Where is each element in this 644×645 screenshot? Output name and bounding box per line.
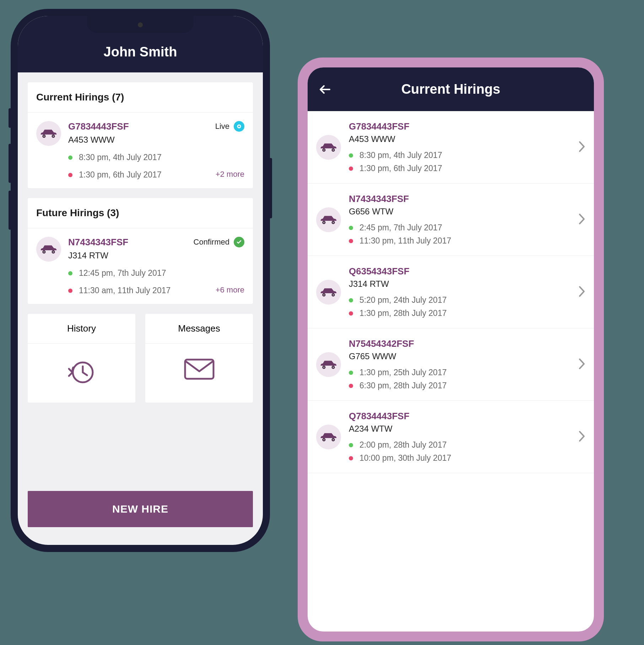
end-time: 11:30 am, 11th July 2017 — [79, 286, 171, 295]
messages-card[interactable]: Messages — [145, 314, 253, 403]
end-dot-icon — [68, 289, 72, 293]
end-dot-icon — [349, 384, 353, 388]
end-time: 10:00 pm, 30th July 2017 — [359, 453, 451, 463]
car-icon — [316, 280, 341, 305]
history-icon — [67, 358, 96, 388]
hiring-ref: N7434343FSF — [349, 193, 570, 204]
svg-point-7 — [43, 251, 45, 253]
svg-point-14 — [332, 149, 334, 151]
svg-point-4 — [238, 125, 240, 128]
phone-2-frame: Current Hirings G7834443FSF A453 WWW 8:3… — [298, 58, 604, 641]
chevron-right-icon — [578, 430, 585, 444]
current-hirings-card: Current Hirings (7) G7834443FSF A453 WWW… — [28, 82, 253, 188]
end-dot-icon — [349, 166, 353, 171]
hiring-plate: A234 WTW — [349, 424, 570, 434]
chevron-right-icon — [578, 285, 585, 299]
car-icon — [36, 121, 61, 146]
live-icon — [234, 121, 244, 132]
power-button — [269, 158, 272, 218]
list-item[interactable]: G7834443FSF A453 WWW 8:30 pm, 4th July 2… — [308, 111, 594, 184]
hiring-plate: A453 WWW — [349, 134, 570, 144]
end-dot-icon — [349, 311, 353, 316]
start-time: 1:30 pm, 25th July 2017 — [359, 368, 447, 377]
volume-down — [9, 191, 11, 230]
phone-notch — [87, 16, 194, 33]
end-time: 6:30 pm, 28th July 2017 — [359, 381, 447, 390]
hiring-ref: G7834443FSF — [349, 121, 570, 132]
phone-2-screen: Current Hirings G7834443FSF A453 WWW 8:3… — [308, 67, 594, 632]
hiring-ref: N75454342FSF — [349, 338, 570, 349]
mail-icon — [183, 358, 215, 382]
start-time: 5:20 pm, 24th July 2017 — [359, 295, 447, 305]
list-item[interactable]: Q7834443FSF A234 WTW 2:00 pm, 28th July … — [308, 401, 594, 473]
hiring-plate: J314 RTW — [68, 251, 244, 261]
car-icon — [316, 207, 341, 232]
end-time: 1:30 pm, 6th July 2017 — [79, 170, 162, 180]
hiring-plate: J314 RTW — [349, 279, 570, 289]
hiring-ref: Q7834443FSF — [349, 411, 570, 422]
volume-up — [9, 144, 11, 183]
action-grid: History Messages — [28, 314, 253, 403]
chevron-right-icon — [578, 141, 585, 154]
new-hire-button[interactable]: NEW HIRE — [28, 491, 253, 527]
phone-2-header: Current Hirings — [308, 67, 594, 111]
svg-point-3 — [53, 136, 54, 137]
svg-point-2 — [43, 136, 45, 137]
confirmed-icon — [234, 237, 244, 247]
svg-point-18 — [332, 222, 334, 223]
svg-point-17 — [323, 222, 325, 223]
future-hirings-title: Future Hirings (3) — [28, 198, 253, 228]
svg-point-30 — [332, 439, 334, 440]
car-icon — [316, 352, 341, 377]
end-dot-icon — [349, 456, 353, 460]
start-time: 8:30 pm, 4th July 2017 — [359, 151, 442, 160]
start-time: 8:30 pm, 4th July 2017 — [79, 153, 162, 162]
phone-1-body: Current Hirings (7) G7834443FSF A453 WWW… — [18, 72, 263, 545]
status-badge: Live — [215, 121, 244, 132]
chevron-right-icon — [578, 213, 585, 226]
hiring-plate: G656 WTW — [349, 207, 570, 217]
svg-point-26 — [332, 366, 334, 368]
future-hiring-item[interactable]: N7434343FSF J314 RTW 12:45 pm, 7th July … — [28, 228, 253, 304]
chevron-right-icon — [578, 358, 585, 371]
svg-point-22 — [332, 294, 334, 295]
svg-point-13 — [323, 149, 325, 151]
more-link[interactable]: +2 more — [216, 170, 244, 179]
list-item[interactable]: Q6354343FSF J314 RTW 5:20 pm, 24th July … — [308, 256, 594, 328]
current-hiring-item[interactable]: G7834443FSF A453 WWW 8:30 pm, 4th July 2… — [28, 113, 253, 188]
start-dot-icon — [68, 155, 72, 160]
svg-point-25 — [323, 366, 325, 368]
history-card[interactable]: History — [28, 314, 135, 403]
status-badge: Confirmed — [194, 237, 244, 247]
start-time: 2:45 pm, 7th July 2017 — [359, 223, 442, 233]
future-hirings-card: Future Hirings (3) N7434343FSF J314 RTW … — [28, 198, 253, 304]
car-icon — [316, 425, 341, 449]
start-dot-icon — [349, 443, 353, 447]
start-dot-icon — [349, 153, 353, 158]
car-icon — [316, 135, 341, 160]
end-time: 1:30 pm, 6th July 2017 — [359, 164, 442, 173]
start-dot-icon — [349, 226, 353, 230]
messages-label: Messages — [145, 314, 253, 344]
svg-point-21 — [323, 294, 325, 295]
hiring-plate: A453 WWW — [68, 135, 244, 145]
svg-point-29 — [323, 439, 325, 440]
current-hirings-title: Current Hirings (7) — [28, 82, 253, 113]
list-item[interactable]: N75454342FSF G765 WWW 1:30 pm, 25th July… — [308, 328, 594, 401]
end-time: 11:30 pm, 11th July 2017 — [359, 236, 451, 246]
svg-point-8 — [53, 251, 54, 253]
end-dot-icon — [349, 239, 353, 243]
hiring-ref: Q6354343FSF — [349, 266, 570, 277]
more-link[interactable]: +6 more — [216, 285, 244, 295]
hiring-plate: G765 WWW — [349, 351, 570, 361]
start-dot-icon — [349, 298, 353, 302]
hirings-list: G7834443FSF A453 WWW 8:30 pm, 4th July 2… — [308, 111, 594, 632]
mute-switch — [9, 108, 11, 128]
phone-1-screen: John Smith Current Hirings (7) G7834443F… — [18, 16, 263, 545]
list-item[interactable]: N7434343FSF G656 WTW 2:45 pm, 7th July 2… — [308, 184, 594, 256]
start-dot-icon — [68, 271, 72, 275]
start-time: 2:00 pm, 28th July 2017 — [359, 440, 447, 450]
car-icon — [36, 237, 61, 262]
phone-1-frame: John Smith Current Hirings (7) G7834443F… — [11, 9, 270, 552]
page-title: Current Hirings — [318, 82, 583, 97]
